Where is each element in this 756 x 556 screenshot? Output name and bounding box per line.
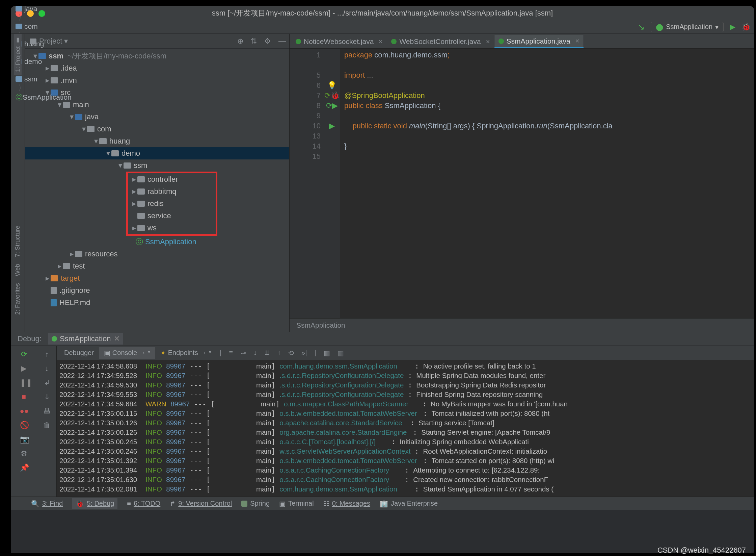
project-header[interactable]: Project ▾ ⊕ ⇅ ⚙ — (25, 34, 289, 49)
run-icon[interactable]: ▶ (730, 23, 735, 31)
tab-vcs[interactable]: ↱ 9: Version Control (170, 500, 232, 508)
editor-tab[interactable]: WebSocketController.java✕ (387, 35, 494, 48)
tree-item[interactable]: ws (147, 224, 157, 232)
gutter-icons: 💡⟳🐞⟳▶▶ (323, 49, 340, 318)
scroll-icon[interactable]: ⤓ (43, 393, 51, 401)
wrap-icon[interactable]: ↲ (43, 378, 51, 386)
trash-icon[interactable]: 🗑 (43, 421, 51, 429)
tree-item[interactable]: huang (109, 137, 130, 146)
step-over-icon[interactable]: ⤻ (237, 349, 249, 357)
class-icon (296, 39, 301, 44)
breadcrumb[interactable]: ssm〉src〉main〉java〉com〉huang〉demo〉ssm〉ⓒ S… (11, 20, 754, 34)
editor-tab[interactable]: NoticeWebsocket.java✕ (292, 35, 387, 48)
tab-endpoints[interactable]: ✦Endpoints →* (156, 347, 216, 359)
run-config-selector[interactable]: ⬤ SsmApplication ▾ (651, 22, 724, 32)
watermark: CSDN @weixin_45422607 (657, 546, 746, 555)
editor-tab-active[interactable]: SsmApplication.java✕ (494, 35, 584, 48)
tree-item-selected: ▾demo (25, 147, 289, 159)
tree-item[interactable]: resources (85, 250, 118, 258)
tree-item[interactable]: target (61, 274, 80, 283)
close-icon[interactable]: ✕ (378, 39, 383, 45)
console-output[interactable]: 2022-12-14 17:34:58.608 INFO 89967 --- [… (57, 360, 754, 497)
tree-item[interactable]: redis (147, 199, 164, 208)
tab-web[interactable]: Web (14, 260, 21, 280)
folder-icon (124, 162, 131, 169)
tree-item[interactable]: ssm (134, 161, 147, 170)
hide-icon[interactable]: — (278, 37, 286, 46)
close-icon[interactable]: ✕ (114, 334, 120, 343)
tree-item[interactable]: test (73, 262, 85, 271)
crumb[interactable]: demo (16, 57, 72, 66)
more-icon[interactable]: ▦ (334, 349, 347, 357)
tab-console[interactable]: ▣Console →* (99, 347, 155, 359)
tab-project[interactable]: 1: Project ▮ (14, 34, 22, 75)
crumb[interactable]: com (16, 22, 72, 30)
camera-icon[interactable]: 📷 (20, 435, 28, 443)
stop-icon[interactable]: ■ (20, 393, 28, 401)
resume-icon[interactable]: ▶ (20, 364, 28, 372)
build-icon[interactable]: ↘ (638, 22, 645, 32)
tab-todo[interactable]: ≡ 6: TODO (127, 500, 160, 507)
bottom-tool-rail: 🔍 3: Find 🐞 5: Debug ≡ 6: TODO ↱ 9: Vers… (11, 497, 754, 510)
pin-icon[interactable]: 📌 (20, 463, 28, 472)
step-into-icon[interactable]: ↓ (250, 349, 260, 357)
folder-icon (137, 188, 145, 195)
crumb[interactable]: java (16, 6, 72, 13)
run-to-cursor-icon[interactable]: »| (298, 349, 310, 357)
folder-icon (111, 150, 119, 156)
debug-session-tab[interactable]: SsmApplication✕ (48, 333, 123, 345)
up-icon[interactable]: ↑ (43, 350, 51, 358)
tree-item[interactable]: HELP.md (59, 298, 90, 307)
tree-item[interactable]: rabbitmq (147, 187, 177, 196)
drop-frame-icon[interactable]: ⟲ (285, 349, 297, 357)
tree-item[interactable]: controller (147, 175, 178, 184)
force-step-icon[interactable]: ⇊ (261, 349, 273, 357)
collapse-icon[interactable]: ⇅ (251, 37, 257, 46)
rerun-icon[interactable]: ⟳ (20, 350, 28, 358)
tree-item[interactable]: SsmApplication (145, 237, 196, 246)
tab-debug[interactable]: 🐞 5: Debug (72, 498, 117, 509)
tab-find[interactable]: 🔍 3: Find (31, 500, 63, 508)
target-icon[interactable]: ⊕ (237, 37, 243, 46)
gutter: 15678910131415 (290, 49, 323, 318)
close-icon[interactable]: ✕ (486, 39, 490, 45)
tree-item[interactable]: com (97, 125, 111, 133)
print-icon[interactable]: 🖶 (43, 407, 51, 415)
tree-item[interactable]: demo (122, 149, 140, 158)
tab-debugger[interactable]: Debugger (59, 347, 99, 359)
tree-item[interactable]: java (85, 112, 99, 121)
step-icon[interactable]: ≡ (225, 349, 236, 357)
down-icon[interactable]: ↓ (43, 364, 51, 372)
step-out-icon[interactable]: ↑ (274, 349, 284, 357)
tree-item[interactable]: .gitignore (59, 286, 90, 295)
breakpoints-icon[interactable]: ●● (20, 407, 28, 415)
code[interactable]: package com.huang.demo.ssm; import ... @… (340, 49, 754, 318)
tab-favorites[interactable]: 2: Favorites (14, 280, 21, 318)
mute-icon[interactable]: 🚫 (20, 421, 28, 429)
run-config-label: SsmApplication (666, 23, 712, 31)
gear-icon[interactable]: ⚙ (264, 37, 271, 46)
settings-icon[interactable]: ⚙ (20, 449, 28, 457)
close-icon[interactable]: ✕ (575, 38, 579, 44)
tab-structure[interactable]: 7: Structure (14, 222, 21, 260)
debug-icon[interactable]: 🐞 (741, 23, 751, 31)
calc-icon[interactable]: ▦ (320, 349, 333, 357)
tab-java-enterprise[interactable]: 🏢 Java Enterprise (380, 500, 438, 508)
editor-body[interactable]: 15678910131415 💡⟳🐞⟳▶▶ package com.huang.… (290, 49, 754, 318)
tree-item[interactable]: service (147, 211, 171, 220)
tree-item[interactable]: main (73, 100, 89, 109)
crumb[interactable]: ssm (16, 75, 72, 83)
tab-spring[interactable]: Spring (241, 500, 270, 507)
class-icon: ⓒ (136, 237, 143, 247)
tab-terminal[interactable]: ▣ Terminal (279, 500, 314, 508)
divider-icon: | (311, 349, 319, 357)
crumb[interactable]: ⓒ SsmApplication (16, 93, 72, 102)
pause-icon[interactable]: ❚❚ (20, 378, 28, 386)
debug-header: Debug: SsmApplication✕ (11, 332, 754, 346)
divider-icon: | (216, 349, 225, 357)
folder-icon (63, 263, 70, 269)
chevron-down-icon: ▾ (715, 23, 719, 31)
highlight-annotation: ▸controller ▸rabbitmq ▸redis service ▸ws (126, 172, 217, 236)
tab-messages[interactable]: ☷ 0: Messages (323, 500, 370, 508)
folder-icon (99, 138, 107, 144)
